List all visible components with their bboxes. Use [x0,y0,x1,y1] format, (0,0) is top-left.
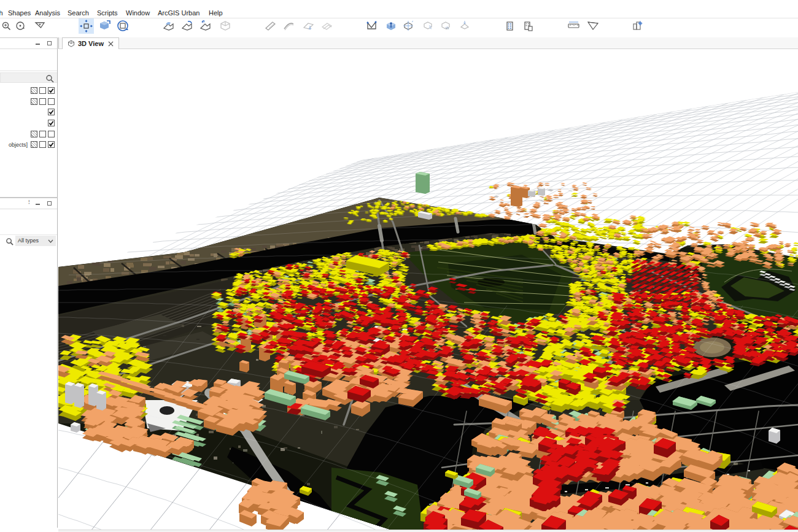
svg-text:m: m [446,26,449,30]
svg-text:?: ? [203,20,205,24]
